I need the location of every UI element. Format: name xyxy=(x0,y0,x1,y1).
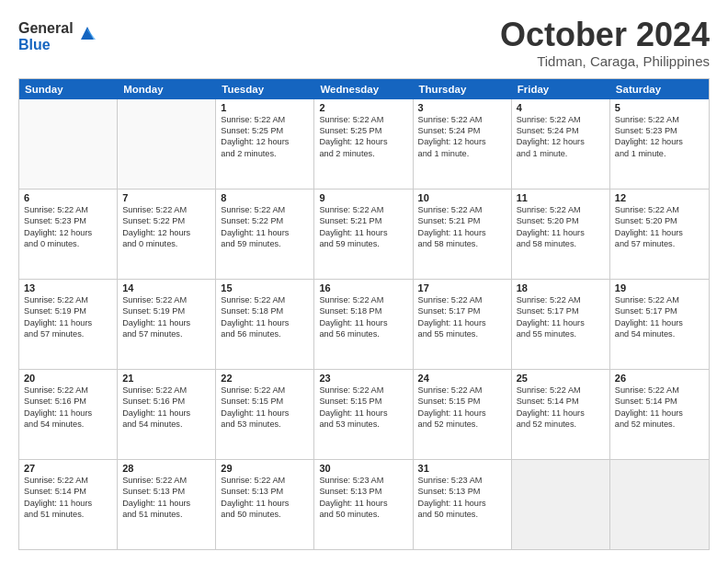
cell-line: Sunrise: 5:22 AM xyxy=(615,114,704,125)
cell-line: Sunrise: 5:22 AM xyxy=(221,385,309,396)
calendar-cell: 21Sunrise: 5:22 AMSunset: 5:16 PMDayligh… xyxy=(118,370,216,459)
calendar-row: 6Sunrise: 5:22 AMSunset: 5:23 PMDaylight… xyxy=(19,190,709,280)
logo-icon xyxy=(77,23,97,43)
cell-line: Sunrise: 5:22 AM xyxy=(122,294,210,305)
calendar-cell: 23Sunrise: 5:22 AMSunset: 5:15 PMDayligh… xyxy=(314,370,413,459)
cell-line: Daylight: 11 hours xyxy=(24,408,112,419)
cell-line: Sunset: 5:14 PM xyxy=(615,396,704,407)
calendar-cell: 27Sunrise: 5:22 AMSunset: 5:14 PMDayligh… xyxy=(19,460,118,549)
calendar-cell: 28Sunrise: 5:22 AMSunset: 5:13 PMDayligh… xyxy=(118,460,216,549)
header: General Blue October 2024 Tidman, Caraga… xyxy=(18,17,710,69)
cell-line: and 1 minute. xyxy=(418,148,506,159)
calendar-cell: 31Sunrise: 5:23 AMSunset: 5:13 PMDayligh… xyxy=(414,460,512,549)
cell-line: and 55 minutes. xyxy=(418,328,506,339)
calendar-header-cell: Tuesday xyxy=(216,79,314,99)
calendar-cell: 18Sunrise: 5:22 AMSunset: 5:17 PMDayligh… xyxy=(512,280,610,369)
calendar-cell: 20Sunrise: 5:22 AMSunset: 5:16 PMDayligh… xyxy=(19,370,118,459)
cell-line: Sunset: 5:22 PM xyxy=(122,215,210,226)
cell-line: Daylight: 11 hours xyxy=(517,317,605,328)
cell-line: and 50 minutes. xyxy=(418,509,506,520)
cell-line: Sunset: 5:19 PM xyxy=(122,305,210,316)
calendar-cell: 30Sunrise: 5:23 AMSunset: 5:13 PMDayligh… xyxy=(314,460,413,549)
cell-line: Sunset: 5:13 PM xyxy=(122,486,210,497)
day-number: 25 xyxy=(517,373,605,384)
cell-line: Daylight: 12 hours xyxy=(319,136,407,147)
cell-line: Daylight: 11 hours xyxy=(615,408,704,419)
cell-line: Daylight: 11 hours xyxy=(418,227,506,238)
cell-line: and 51 minutes. xyxy=(122,509,210,520)
cell-line: Daylight: 11 hours xyxy=(319,227,407,238)
calendar-cell: 12Sunrise: 5:22 AMSunset: 5:20 PMDayligh… xyxy=(610,190,709,279)
calendar-header-cell: Monday xyxy=(118,79,216,99)
cell-line: Sunset: 5:15 PM xyxy=(221,396,309,407)
cell-line: Sunrise: 5:22 AM xyxy=(517,204,605,215)
cell-line: Sunset: 5:17 PM xyxy=(517,305,605,316)
calendar-cell: 29Sunrise: 5:22 AMSunset: 5:13 PMDayligh… xyxy=(216,460,314,549)
day-number: 13 xyxy=(24,282,112,293)
cell-line: Sunrise: 5:22 AM xyxy=(221,294,309,305)
cell-line: and 0 minutes. xyxy=(122,238,210,249)
cell-line: and 52 minutes. xyxy=(418,419,506,430)
calendar-cell: 7Sunrise: 5:22 AMSunset: 5:22 PMDaylight… xyxy=(118,190,216,279)
cell-line: Sunrise: 5:22 AM xyxy=(418,204,506,215)
calendar-cell: 15Sunrise: 5:22 AMSunset: 5:18 PMDayligh… xyxy=(216,280,314,369)
cell-line: and 54 minutes. xyxy=(24,419,112,430)
day-number: 10 xyxy=(418,192,506,203)
cell-line: Sunrise: 5:22 AM xyxy=(319,294,407,305)
cell-line: Sunrise: 5:22 AM xyxy=(418,385,506,396)
cell-line: Sunrise: 5:22 AM xyxy=(615,294,704,305)
cell-line: and 52 minutes. xyxy=(615,419,704,430)
day-number: 9 xyxy=(319,192,407,203)
cell-line: Daylight: 11 hours xyxy=(418,317,506,328)
calendar-cell: 4Sunrise: 5:22 AMSunset: 5:24 PMDaylight… xyxy=(512,99,610,189)
cell-line: Sunrise: 5:23 AM xyxy=(418,475,506,486)
cell-line: and 54 minutes. xyxy=(122,419,210,430)
cell-line: Sunset: 5:18 PM xyxy=(319,305,407,316)
calendar-cell: 19Sunrise: 5:22 AMSunset: 5:17 PMDayligh… xyxy=(610,280,709,369)
calendar-header-cell: Thursday xyxy=(414,79,512,99)
calendar-row: 20Sunrise: 5:22 AMSunset: 5:16 PMDayligh… xyxy=(19,370,709,460)
cell-line: Sunset: 5:25 PM xyxy=(221,125,309,136)
cell-line: Sunrise: 5:22 AM xyxy=(24,475,112,486)
cell-line: Sunset: 5:21 PM xyxy=(418,215,506,226)
cell-line: and 55 minutes. xyxy=(517,328,605,339)
cell-line: Daylight: 11 hours xyxy=(418,498,506,509)
cell-line: and 56 minutes. xyxy=(319,328,407,339)
day-number: 6 xyxy=(24,192,112,203)
cell-line: Sunrise: 5:22 AM xyxy=(221,114,309,125)
day-number: 4 xyxy=(517,102,605,113)
cell-line: and 52 minutes. xyxy=(517,419,605,430)
cell-line: Daylight: 11 hours xyxy=(24,498,112,509)
calendar-cell xyxy=(610,460,709,549)
cell-line: Sunset: 5:25 PM xyxy=(319,125,407,136)
cell-line: Daylight: 12 hours xyxy=(24,227,112,238)
day-number: 23 xyxy=(319,373,407,384)
cell-line: Sunrise: 5:22 AM xyxy=(221,475,309,486)
day-number: 12 xyxy=(615,192,704,203)
day-number: 15 xyxy=(221,282,309,293)
cell-line: and 1 minute. xyxy=(615,148,704,159)
cell-line: and 58 minutes. xyxy=(418,238,506,249)
cell-line: and 53 minutes. xyxy=(319,419,407,430)
calendar-cell xyxy=(19,99,118,189)
calendar-cell: 13Sunrise: 5:22 AMSunset: 5:19 PMDayligh… xyxy=(19,280,118,369)
cell-line: and 0 minutes. xyxy=(24,238,112,249)
cell-line: Daylight: 11 hours xyxy=(418,408,506,419)
subtitle: Tidman, Caraga, Philippines xyxy=(500,53,710,69)
cell-line: Sunset: 5:19 PM xyxy=(24,305,112,316)
cell-line: Sunset: 5:20 PM xyxy=(615,215,704,226)
cell-line: Daylight: 11 hours xyxy=(122,498,210,509)
cell-line: Daylight: 11 hours xyxy=(221,317,309,328)
calendar-cell: 10Sunrise: 5:22 AMSunset: 5:21 PMDayligh… xyxy=(414,190,512,279)
day-number: 8 xyxy=(221,192,309,203)
calendar-cell: 6Sunrise: 5:22 AMSunset: 5:23 PMDaylight… xyxy=(19,190,118,279)
calendar-row: 27Sunrise: 5:22 AMSunset: 5:14 PMDayligh… xyxy=(19,460,709,549)
day-number: 24 xyxy=(418,373,506,384)
logo: General Blue xyxy=(18,20,97,52)
calendar-cell: 11Sunrise: 5:22 AMSunset: 5:20 PMDayligh… xyxy=(512,190,610,279)
cell-line: Sunset: 5:20 PM xyxy=(517,215,605,226)
cell-line: Daylight: 11 hours xyxy=(615,317,704,328)
day-number: 28 xyxy=(122,463,210,474)
cell-line: Sunrise: 5:22 AM xyxy=(221,204,309,215)
cell-line: and 51 minutes. xyxy=(24,509,112,520)
